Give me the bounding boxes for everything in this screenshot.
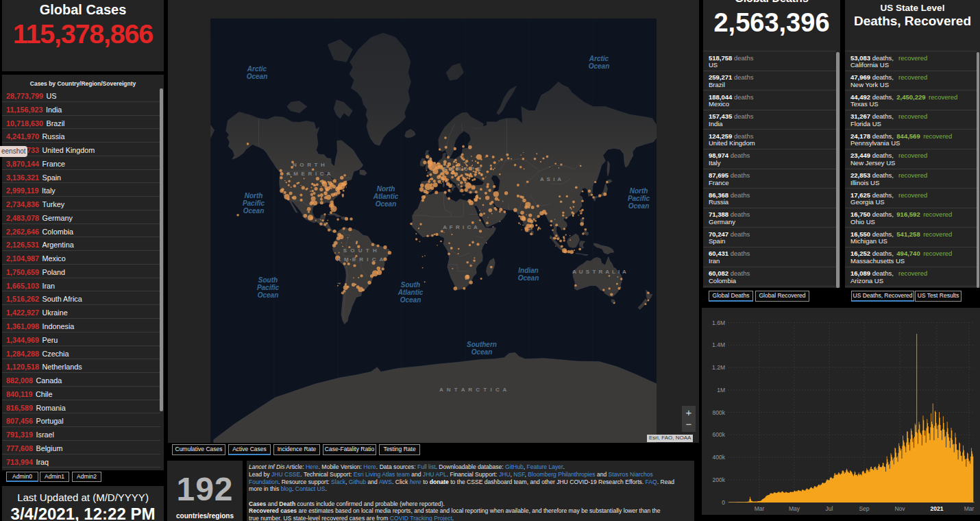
svg-text:Sep: Sep	[859, 505, 869, 512]
svg-text:800k: 800k	[713, 409, 726, 416]
svg-text:1M: 1M	[717, 387, 725, 393]
svg-text:Mar: Mar	[755, 505, 765, 512]
svg-text:1.2M: 1.2M	[712, 364, 725, 371]
svg-text:0: 0	[722, 499, 725, 506]
svg-text:600k: 600k	[713, 431, 726, 438]
svg-text:400k: 400k	[713, 454, 726, 461]
svg-text:Mar: Mar	[964, 505, 975, 512]
svg-text:2021: 2021	[931, 505, 944, 512]
svg-text:May: May	[789, 505, 800, 512]
svg-text:Jul: Jul	[826, 505, 833, 512]
svg-text:Nov: Nov	[894, 505, 905, 512]
svg-text:200k: 200k	[713, 476, 726, 483]
svg-text:1.4M: 1.4M	[712, 341, 725, 348]
svg-text:1.6M: 1.6M	[712, 319, 725, 326]
